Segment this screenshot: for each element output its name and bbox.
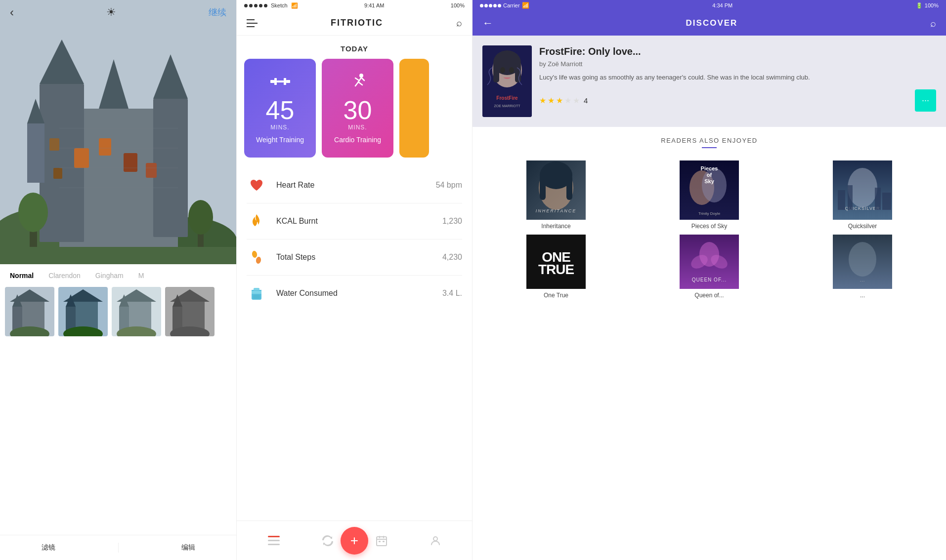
steps-value: 4,230 <box>442 253 462 262</box>
weight-training-card[interactable]: 45 MINS. Weight Training <box>244 59 316 158</box>
books-panel: Carrier 📶 4:34 PM 🔋 100% ← DISCOVER ⌕ <box>473 0 946 560</box>
svg-rect-16 <box>53 168 62 179</box>
stat-steps: Total Steps 4,230 <box>247 240 462 276</box>
profile-nav-btn[interactable] <box>425 530 446 552</box>
today-label: TODAY <box>237 36 472 59</box>
filter-clarendon[interactable]: Clarendon <box>48 272 81 280</box>
sketch-label: Sketch <box>271 2 288 8</box>
queen-label: Queen of... <box>694 292 724 299</box>
svg-point-88 <box>509 67 514 73</box>
cardio-training-card[interactable]: 30 MINS. Cardio Training <box>322 59 393 158</box>
carrier-dot <box>480 4 483 7</box>
book-item-queen[interactable]: QUEEN OF... Queen of... <box>636 235 783 299</box>
carrier-dot <box>489 4 492 7</box>
book-cover-one-true: ONE TRUE <box>482 235 630 289</box>
fire-icon <box>247 211 266 231</box>
back-button[interactable]: ‹ <box>10 5 14 19</box>
more-options-button[interactable]: ··· <box>915 89 936 112</box>
stat-heart-rate: Heart Rate 54 bpm <box>247 167 462 203</box>
star-5: ★ <box>573 96 580 105</box>
svg-point-101 <box>702 168 727 202</box>
star-2: ★ <box>548 96 555 105</box>
svg-rect-13 <box>124 153 137 172</box>
orange-card[interactable] <box>399 59 429 158</box>
heart-rate-icon <box>247 175 266 195</box>
kcal-value: 1,230 <box>442 217 462 226</box>
svg-text:Pieces: Pieces <box>701 165 718 171</box>
calendar-nav-btn[interactable] <box>371 530 392 552</box>
filter-section: Normal Clarendon Gingham M <box>0 264 236 560</box>
steps-icon <box>247 247 266 267</box>
svg-point-122 <box>849 242 876 277</box>
hamburger-menu[interactable] <box>247 19 258 27</box>
featured-book-title: FrostFire: Only love... <box>539 45 936 57</box>
filter-m[interactable]: M <box>138 272 144 280</box>
svg-rect-80 <box>383 541 385 542</box>
steps-label: Total Steps <box>276 253 442 262</box>
svg-rect-78 <box>383 536 384 538</box>
book-item-pieces-of-sky[interactable]: Pieces of Sky Trinity Doyle Pieces of Sk… <box>636 160 783 230</box>
svg-point-18 <box>18 193 48 232</box>
filter-names-row: Normal Clarendon Gingham M <box>0 264 236 284</box>
star-1: ★ <box>539 96 546 105</box>
books-search-button[interactable]: ⌕ <box>930 18 936 29</box>
dot-4 <box>259 4 262 7</box>
cardio-training-number: 30 <box>344 97 372 123</box>
svg-text:INHERITANCE: INHERITANCE <box>536 208 576 213</box>
svg-text:TRUE: TRUE <box>538 262 574 277</box>
sun-icon: ☀ <box>106 6 116 19</box>
carrier-name: Carrier <box>503 2 520 8</box>
svg-point-20 <box>188 200 213 235</box>
svg-text:...: ... <box>860 278 865 282</box>
svg-rect-51 <box>274 78 277 85</box>
stats-list: Heart Rate 54 bpm KCAL Burnt 1,230 <box>237 158 472 321</box>
svg-text:ZOE MARRIOTT: ZOE MARRIOTT <box>494 104 521 108</box>
refresh-nav-btn[interactable] <box>317 530 339 552</box>
book-rating-number: 4 <box>584 96 588 105</box>
filter-thumb-clarendon[interactable] <box>58 287 108 336</box>
carrier-info: Carrier 📶 <box>480 2 529 9</box>
svg-rect-9 <box>27 123 44 183</box>
svg-rect-110 <box>848 185 853 210</box>
fitness-bottom-bar: + <box>237 520 472 560</box>
fitness-search-icon[interactable]: ⌕ <box>456 17 462 29</box>
stat-kcal: KCAL Burnt 1,230 <box>247 203 462 240</box>
svg-rect-71 <box>253 295 260 299</box>
books-back-button[interactable]: ← <box>482 17 493 30</box>
books-navbar: ← DISCOVER ⌕ <box>473 11 946 36</box>
book-item-third[interactable]: ... ... <box>789 235 936 299</box>
dot-3 <box>254 4 258 7</box>
photo-bottom-toolbar: 滤镜 编辑 <box>0 535 236 560</box>
filters-button[interactable]: 滤镜 <box>42 543 55 552</box>
carrier-dot <box>498 4 501 7</box>
svg-text:Trinity Doyle: Trinity Doyle <box>698 211 721 216</box>
books-grid-row1: INHERITANCE Inheritance <box>473 160 946 230</box>
filter-normal[interactable]: Normal <box>10 272 34 280</box>
continue-button[interactable]: 继续 <box>209 6 226 18</box>
cardio-training-name: Cardio Training <box>334 136 381 144</box>
filter-thumb-gingham[interactable] <box>112 287 161 336</box>
workout-cards: 45 MINS. Weight Training 30 MINS. Cardio… <box>237 59 472 158</box>
filter-thumb-moon[interactable] <box>165 287 215 336</box>
book-cover-queen: QUEEN OF... <box>636 235 783 289</box>
add-workout-button[interactable]: + <box>341 527 368 555</box>
filter-thumb-normal[interactable] <box>5 287 54 336</box>
fitness-panel: Sketch 📶 9:41 AM 100% FITRIOTIC ⌕ TODAY <box>236 0 473 560</box>
svg-rect-85 <box>493 63 499 82</box>
book-item-one-true[interactable]: ONE TRUE One True <box>482 235 630 299</box>
weight-icon <box>270 73 290 93</box>
heart-rate-label: Heart Rate <box>276 181 436 190</box>
book-item-quicksilver[interactable]: QUICKSILVER Quicksilver <box>789 160 936 230</box>
featured-book-cover[interactable]: FrostFire ZOE MARRIOTT <box>482 45 532 117</box>
book-item-inheritance[interactable]: INHERITANCE Inheritance <box>482 160 630 230</box>
edit-button[interactable]: 编辑 <box>181 543 195 552</box>
carrier-dot <box>493 4 497 7</box>
weight-training-unit: MINS. <box>270 124 289 131</box>
featured-book-info: FrostFire: Only love... by Zoë Marriott … <box>539 45 936 112</box>
filter-gingham[interactable]: Gingham <box>95 272 124 280</box>
list-nav-btn[interactable] <box>263 530 285 552</box>
photo-panel: ‹ ☀ 继续 <box>0 0 236 560</box>
heart-rate-value: 54 bpm <box>436 181 462 190</box>
quicksilver-label: Quicksilver <box>848 223 877 230</box>
carrier-dots <box>480 4 501 7</box>
